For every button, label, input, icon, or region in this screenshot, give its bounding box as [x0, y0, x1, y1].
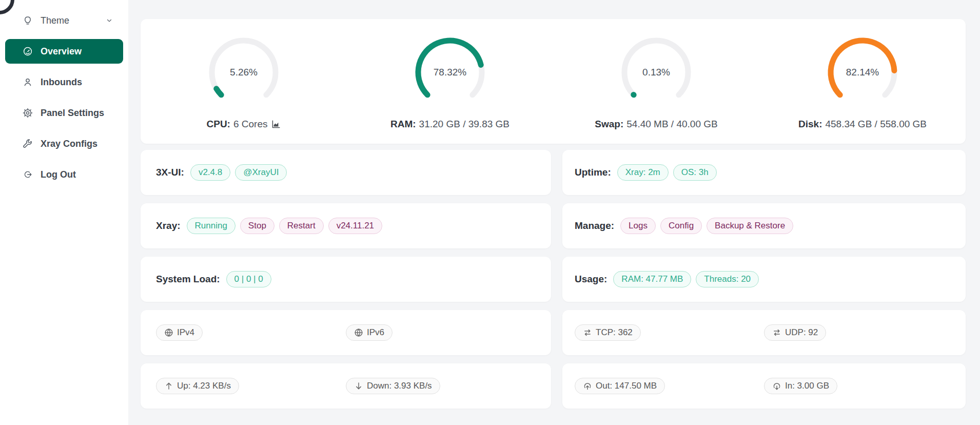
card-label: Xray: [156, 220, 181, 231]
cpu-gauge-label: CPU: 6 Cores [207, 119, 281, 130]
gear-icon [23, 108, 33, 118]
bulb-icon [23, 15, 33, 26]
swap-arrows-icon [583, 328, 592, 337]
tag-xray-version[interactable]: v24.11.21 [328, 218, 382, 234]
info-grid: 3X-UI: v2.4.8 @XrayUI Uptime: Xray: 2m O… [141, 150, 966, 409]
main-content: 5.26% CPU: 6 Cores 78.32% RAM: 31.20 GB … [128, 0, 980, 425]
sidebar: Theme Overview Inbounds Panel Settings [0, 0, 128, 425]
tag-system-load: 0 | 0 | 0 [226, 271, 271, 287]
globe-icon [164, 328, 173, 337]
sidebar-item-label: Panel Settings [41, 108, 104, 119]
card-label: Usage: [575, 274, 607, 285]
tag-telegram-channel[interactable]: @XrayUI [235, 164, 287, 181]
tag-traffic-out: Out: 147.50 MB [575, 378, 665, 394]
card-label: System Load: [156, 274, 220, 285]
swap-gauge-value: 0.13% [617, 33, 695, 111]
tag-panel-version[interactable]: v2.4.8 [190, 164, 230, 181]
card-label: Manage: [575, 220, 614, 231]
disk-gauge-value: 82.14% [824, 33, 901, 111]
card-label: 3X-UI: [156, 167, 184, 178]
user-icon [23, 77, 33, 87]
sidebar-item-label: Xray Configs [41, 139, 97, 149]
wrench-icon [23, 139, 33, 149]
cpu-gauge-value: 5.26% [205, 33, 283, 111]
tag-ipv4[interactable]: IPv4 [156, 324, 203, 341]
tag-ipv6[interactable]: IPv6 [346, 324, 393, 341]
manage-card: Manage: Logs Config Backup & Restore [562, 203, 966, 248]
arrow-up-icon [164, 381, 173, 391]
logout-icon [23, 169, 33, 180]
sidebar-item-logout[interactable]: Log Out [5, 162, 123, 187]
tag-download-speed: Down: 3.93 KB/s [346, 378, 440, 394]
cpu-history-chart-icon[interactable] [271, 120, 281, 129]
tag-traffic-in: In: 3.00 GB [764, 378, 837, 394]
sidebar-item-overview[interactable]: Overview [5, 39, 123, 64]
sidebar-item-label: Overview [41, 46, 82, 57]
uptime-card: Uptime: Xray: 2m OS: 3h [562, 150, 966, 195]
panel-version-card: 3X-UI: v2.4.8 @XrayUI [141, 150, 551, 195]
connections-card: TCP: 362 UDP: 92 [562, 310, 966, 355]
tag-ram-usage: RAM: 47.77 MB [613, 271, 691, 287]
cloud-upload-icon [583, 381, 592, 391]
traffic-card: Out: 147.50 MB In: 3.00 GB [562, 363, 966, 409]
logs-button[interactable]: Logs [620, 218, 656, 234]
gauge-swap: 0.13% Swap: 54.40 MB / 40.00 GB [553, 33, 759, 130]
sidebar-item-label: Theme [41, 15, 69, 26]
xray-control-card: Xray: Running Stop Restart v24.11.21 [141, 203, 551, 248]
sidebar-item-theme[interactable]: Theme [5, 8, 123, 33]
tag-udp-count: UDP: 92 [764, 324, 826, 341]
sidebar-item-xray-configs[interactable]: Xray Configs [5, 131, 123, 156]
sidebar-item-label: Log Out [41, 169, 76, 180]
dashboard-gauge-icon [23, 46, 33, 56]
sidebar-item-panel-settings[interactable]: Panel Settings [5, 101, 123, 125]
globe-icon [354, 328, 363, 337]
speed-card: Up: 4.23 KB/s Down: 3.93 KB/s [141, 363, 551, 409]
chevron-down-icon [105, 16, 114, 25]
tag-xray-uptime: Xray: 2m [617, 164, 669, 181]
gauge-ram: 78.32% RAM: 31.20 GB / 39.83 GB [347, 33, 553, 130]
tag-threads: Threads: 20 [696, 271, 759, 287]
card-label: Uptime: [575, 167, 611, 178]
restart-xray-button[interactable]: Restart [279, 218, 324, 234]
gauge-cpu: 5.26% CPU: 6 Cores [141, 33, 347, 130]
ram-gauge-label: RAM: 31.20 GB / 39.83 GB [390, 119, 509, 130]
config-button[interactable]: Config [660, 218, 702, 234]
ram-gauge-value: 78.32% [411, 33, 489, 111]
tag-upload-speed: Up: 4.23 KB/s [156, 378, 239, 394]
ip-card: IPv4 IPv6 [141, 310, 551, 355]
swap-gauge-label: Swap: 54.40 MB / 40.00 GB [595, 119, 717, 130]
sidebar-item-label: Inbounds [41, 77, 82, 88]
gauge-disk: 82.14% Disk: 458.34 GB / 558.00 GB [759, 33, 966, 130]
system-load-card: System Load: 0 | 0 | 0 [141, 257, 551, 302]
sidebar-item-inbounds[interactable]: Inbounds [5, 70, 123, 94]
disk-gauge-label: Disk: 458.34 GB / 558.00 GB [798, 119, 927, 130]
system-status-card: 5.26% CPU: 6 Cores 78.32% RAM: 31.20 GB … [141, 19, 966, 144]
swap-arrows-icon [772, 328, 781, 337]
stop-xray-button[interactable]: Stop [240, 218, 275, 234]
backup-restore-button[interactable]: Backup & Restore [707, 218, 793, 234]
cloud-download-icon [772, 381, 781, 391]
arrow-down-icon [354, 381, 363, 391]
usage-card: Usage: RAM: 47.77 MB Threads: 20 [562, 257, 966, 302]
tag-tcp-count: TCP: 362 [575, 324, 641, 341]
tag-xray-status: Running [187, 218, 236, 234]
tag-os-uptime: OS: 3h [673, 164, 717, 181]
